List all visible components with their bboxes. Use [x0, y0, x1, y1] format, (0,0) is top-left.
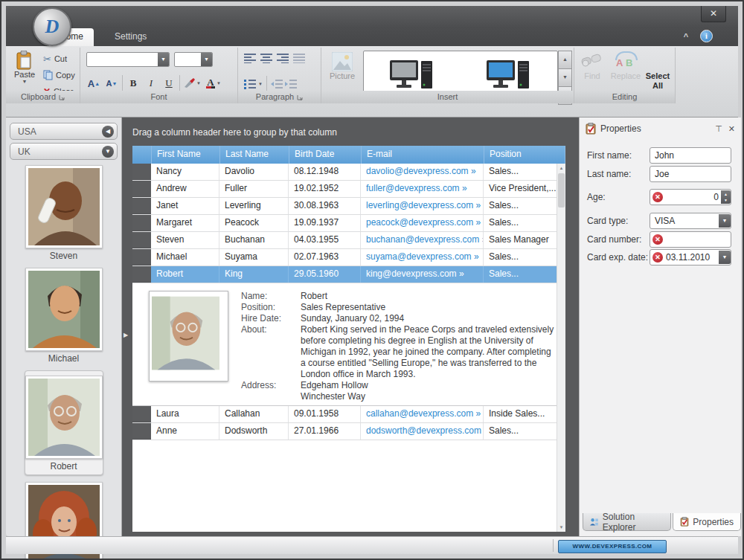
ribbon-group-clipboard: Paste ▼ ✂ Cut Copy ✕ Clear Clipboard — [6, 48, 80, 103]
table-row[interactable]: AndrewFuller19.02.1952 fuller@devexpress… — [132, 181, 565, 198]
table-row[interactable]: MichaelSuyama02.07.1963 suyama@devexpres… — [132, 249, 565, 266]
detail-name-label: Name: — [241, 291, 293, 302]
email-link[interactable]: buchanan@devexpress.com — [366, 234, 479, 245]
contact-card-michael[interactable]: Michael — [25, 268, 103, 364]
group-by-box[interactable]: Drag a column header here to group by th… — [132, 123, 564, 141]
contact-name: Michael — [25, 351, 103, 364]
tab-solution-explorer[interactable]: Solution Explorer — [583, 513, 671, 531]
card-number-label: Card number: — [580, 234, 650, 245]
decrease-indent-icon[interactable] — [271, 80, 283, 89]
email-arrow-icon: » — [476, 408, 481, 419]
tab-properties[interactable]: Properties — [673, 513, 741, 531]
contact-card-steven[interactable]: Steven — [25, 165, 103, 261]
ribbon-group-font: ▼ ▼ A▲ A▼ B I U ▼ — [80, 48, 238, 103]
find-button[interactable]: Find — [577, 54, 607, 81]
align-left-icon[interactable] — [244, 54, 256, 63]
app-menu-button[interactable]: D — [33, 7, 71, 46]
triangle-up-icon: ▲ — [559, 166, 564, 170]
increase-indent-icon[interactable] — [285, 80, 297, 89]
chevron-down-icon[interactable]: ▼ — [158, 53, 169, 66]
table-row-selected[interactable]: RobertKing29.05.1960 king@devexpress.com… — [132, 266, 565, 283]
align-center-icon[interactable] — [260, 54, 272, 63]
column-header-email[interactable]: E-mail — [362, 146, 484, 164]
ribbon-group-insert: Picture ▲ ▼ ▼ Insert — [321, 48, 574, 103]
column-header-last-name[interactable]: Last Name — [220, 146, 289, 164]
panel-close-icon[interactable]: ✕ — [728, 124, 735, 134]
table-row[interactable]: NancyDavolio08.12.1948 davolio@devexpres… — [132, 164, 565, 181]
table-row[interactable]: AnneDodsworth27.01.1966 dodsworth@devexp… — [132, 423, 565, 440]
clipboard-dialog-launcher-icon[interactable] — [59, 94, 65, 100]
table-row[interactable]: JanetLeverling30.08.1963 leverling@devex… — [132, 198, 565, 215]
card-exp-date-picker[interactable]: ✕ 03.11.2010 ▼ — [650, 249, 731, 265]
table-row[interactable]: StevenBuchanan04.03.1955 buchanan@devexp… — [132, 232, 565, 249]
font-size-combo[interactable]: ▼ — [174, 52, 213, 67]
collapse-down-button[interactable]: ▼ — [102, 146, 114, 158]
copy-button[interactable]: Copy — [43, 67, 75, 83]
cut-button[interactable]: ✂ Cut — [43, 51, 67, 67]
scroll-down-button[interactable]: ▼ — [557, 523, 565, 532]
column-header-first-name[interactable]: First Name — [152, 146, 220, 164]
email-link[interactable]: dodsworth@devexpress.com — [366, 425, 481, 436]
triangle-down-icon: ▼ — [562, 74, 568, 80]
computer-blue-gallery-item[interactable] — [487, 60, 531, 93]
card-type-combo[interactable]: VISA ▼ — [650, 213, 731, 229]
underline-button[interactable]: U — [160, 74, 178, 92]
replace-button[interactable]: A B Replace — [609, 54, 643, 81]
last-name-input[interactable]: Joe — [650, 166, 731, 182]
chevron-down-icon[interactable]: ▼ — [719, 214, 731, 228]
computer-gray-gallery-item[interactable] — [390, 60, 434, 93]
font-color-button[interactable]: A ▼ — [202, 74, 225, 92]
devexpress-site-badge[interactable]: WWW.DEVEXPRESS.COM — [558, 540, 667, 553]
scrollbar-thumb[interactable] — [558, 173, 565, 207]
email-link[interactable]: peacock@devexpress.com — [366, 217, 473, 228]
select-all-button[interactable]: Select All — [643, 54, 673, 91]
column-header-position[interactable]: Position — [484, 146, 565, 164]
close-button[interactable]: ✕ — [701, 6, 726, 22]
font-name-combo[interactable]: ▼ — [86, 52, 170, 67]
tab-settings[interactable]: Settings — [104, 28, 157, 46]
robert-photo — [28, 379, 100, 456]
table-row[interactable]: LauraCallahan09.01.1958 callahan@devexpr… — [132, 406, 565, 423]
chevron-down-icon[interactable]: ▼ — [719, 251, 731, 264]
email-link[interactable]: davolio@devexpress.com — [366, 166, 469, 176]
italic-button[interactable]: I — [142, 74, 160, 92]
align-right-icon[interactable] — [277, 54, 289, 63]
nav-group-uk[interactable]: UK ▼ — [10, 143, 118, 160]
collapse-left-button[interactable]: ◀ — [102, 126, 114, 138]
chevron-down-icon[interactable]: ▼ — [258, 82, 263, 86]
first-name-input[interactable]: John — [650, 147, 731, 164]
grid-vertical-scrollbar[interactable]: ▲ ▼ — [557, 164, 565, 532]
paragraph-dialog-launcher-icon[interactable] — [297, 94, 303, 100]
card-number-input[interactable]: ✕ — [650, 231, 731, 248]
email-link[interactable]: fuller@devexpress.com — [366, 183, 460, 193]
detail-photo-frame — [149, 291, 228, 382]
numbered-list-icon[interactable] — [244, 79, 256, 89]
table-row[interactable]: MargaretPeacock19.09.1937 peacock@devexp… — [132, 215, 565, 232]
splitter-expand-button[interactable]: ▶ — [124, 330, 131, 341]
gallery-scroll-up-button[interactable]: ▲ — [558, 51, 572, 69]
about-button[interactable]: i — [700, 30, 713, 42]
chevron-down-icon: ▼ — [22, 79, 28, 84]
field-row-card-number: Card number: ✕ — [580, 231, 741, 247]
nav-group-usa[interactable]: USA ◀ — [10, 123, 118, 140]
pin-icon[interactable]: ⊤ — [715, 124, 722, 134]
age-spin-edit[interactable]: ✕ 0 ▲▼ — [650, 189, 731, 205]
column-header-birth-date[interactable]: Birth Date — [289, 146, 362, 164]
spinner-buttons[interactable]: ▲▼ — [721, 190, 731, 204]
shrink-font-button[interactable]: A▼ — [103, 74, 121, 92]
bold-button[interactable]: B — [124, 74, 142, 92]
gallery-scroll-down-button[interactable]: ▼ — [558, 68, 572, 87]
email-link[interactable]: leverling@devexpress.com — [366, 200, 473, 210]
chevron-down-icon[interactable]: ▼ — [201, 53, 212, 66]
email-link[interactable]: callahan@devexpress.com — [366, 408, 473, 419]
align-justify-icon[interactable] — [293, 54, 305, 63]
email-link[interactable]: king@devexpress.com — [366, 268, 457, 279]
email-link[interactable]: suyama@devexpress.com — [366, 251, 472, 262]
scroll-up-button[interactable]: ▲ — [557, 164, 565, 173]
grow-font-button[interactable]: A▲ — [85, 74, 103, 92]
email-arrow-icon: » — [459, 268, 464, 279]
row-indicator — [132, 215, 151, 231]
contact-card-robert[interactable]: Robert — [25, 370, 103, 475]
highlight-button[interactable]: ▼ — [182, 74, 202, 92]
ribbon-collapse-button[interactable]: ^ — [680, 32, 692, 42]
